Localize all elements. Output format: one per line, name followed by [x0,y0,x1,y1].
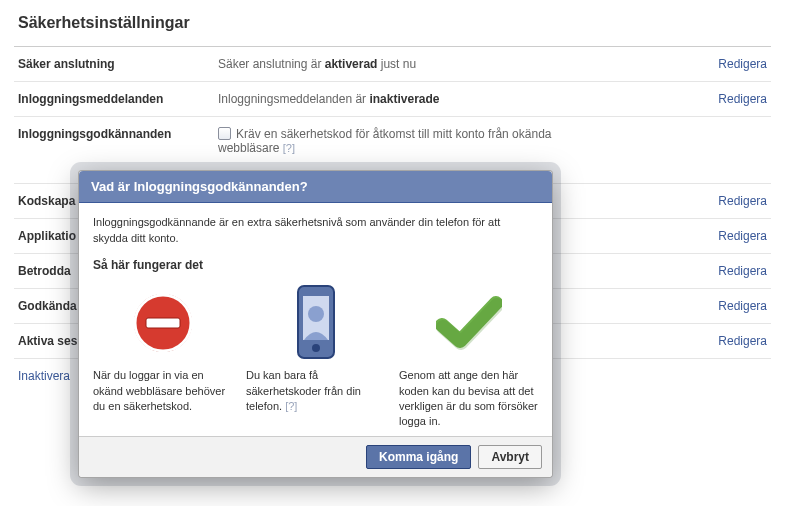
step-text: Genom att ange den här koden kan du bevi… [399,368,538,430]
dialog-intro: Inloggningsgodkännande är en extra säker… [93,215,538,247]
edit-link[interactable]: Redigera [718,229,767,243]
step-3: Genom att ange den här koden kan du bevi… [399,284,538,430]
row-desc: Kräv en säkerhetskod för åtkomst till mi… [218,127,578,155]
row-label: Inloggningsmeddelanden [18,92,218,106]
dialog-subheading: Så här fungerar det [93,257,538,274]
step-text: Du kan bara få säkerhetskoder från din t… [246,368,385,414]
edit-link[interactable]: Redigera [718,264,767,278]
checkmark-icon [399,284,538,362]
svg-point-6 [308,306,324,322]
dialog-footer: Komma igång Avbryt [79,436,552,477]
row-desc: Inloggningsmeddelanden är inaktiverade [218,92,687,106]
deactivate-link[interactable]: Inaktivera [18,369,70,383]
status-bold: inaktiverade [369,92,439,106]
help-icon[interactable]: [?] [285,400,297,412]
text: just nu [377,57,416,71]
cancel-button[interactable]: Avbryt [478,445,542,469]
text: Säker anslutning är [218,57,325,71]
row-secure-browsing[interactable]: Säker anslutning Säker anslutning är akt… [14,47,771,82]
get-started-button[interactable]: Komma igång [366,445,471,469]
edit-link[interactable]: Redigera [718,299,767,313]
login-approvals-dialog: Vad är Inloggningsgodkännanden? Inloggni… [78,170,553,478]
text: Du kan bara få säkerhetskoder från din t… [246,369,361,412]
phone-icon [246,284,385,362]
svg-rect-2 [146,318,180,328]
edit-link[interactable]: Redigera [718,334,767,348]
dialog-body: Inloggningsgodkännande är en extra säker… [79,203,552,436]
dialog-title: Vad är Inloggningsgodkännanden? [79,171,552,203]
svg-point-5 [312,344,320,352]
checkbox[interactable] [218,127,231,140]
row-label: Inloggningsgodkännanden [18,127,218,141]
row-label: Säker anslutning [18,57,218,71]
checkbox-label: Kräv en säkerhetskod för åtkomst till mi… [218,127,551,155]
row-login-notifications[interactable]: Inloggningsmeddelanden Inloggningsmeddel… [14,82,771,117]
step-1: När du loggar in via en okänd webbläsare… [93,284,232,430]
edit-link[interactable]: Redigera [718,194,767,208]
step-2: Du kan bara få säkerhetskoder från din t… [246,284,385,430]
edit-link[interactable]: Redigera [718,92,767,106]
step-text: När du loggar in via en okänd webbläsare… [93,368,232,414]
help-icon[interactable]: [?] [283,142,295,154]
no-entry-icon [93,284,232,362]
row-desc: Säker anslutning är aktiverad just nu [218,57,687,71]
edit-link[interactable]: Redigera [718,57,767,71]
text: Inloggningsmeddelanden är [218,92,369,106]
status-bold: aktiverad [325,57,378,71]
page-title: Säkerhetsinställningar [18,14,771,32]
